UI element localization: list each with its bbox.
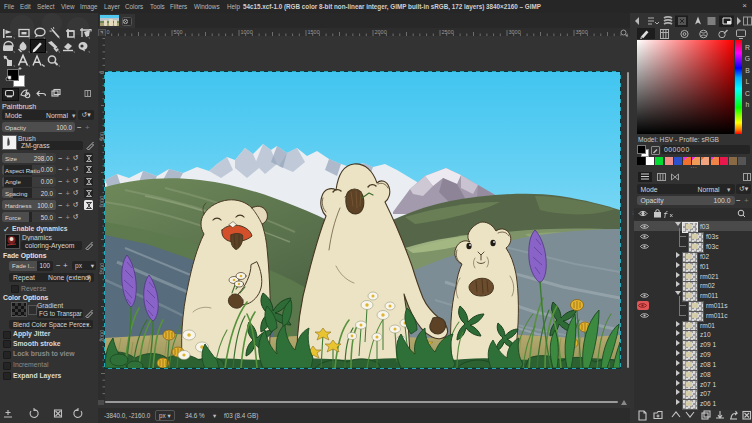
svg-text:3000: 3000 xyxy=(509,29,521,35)
svg-text:2000: 2000 xyxy=(375,29,387,35)
svg-text:0: 0 xyxy=(107,29,110,35)
svg-text:500: 500 xyxy=(174,29,183,35)
svg-text:1000: 1000 xyxy=(241,29,253,35)
svg-text:3500: 3500 xyxy=(576,29,588,35)
svg-text:2500: 2500 xyxy=(442,29,454,35)
svg-text:1500: 1500 xyxy=(308,29,320,35)
